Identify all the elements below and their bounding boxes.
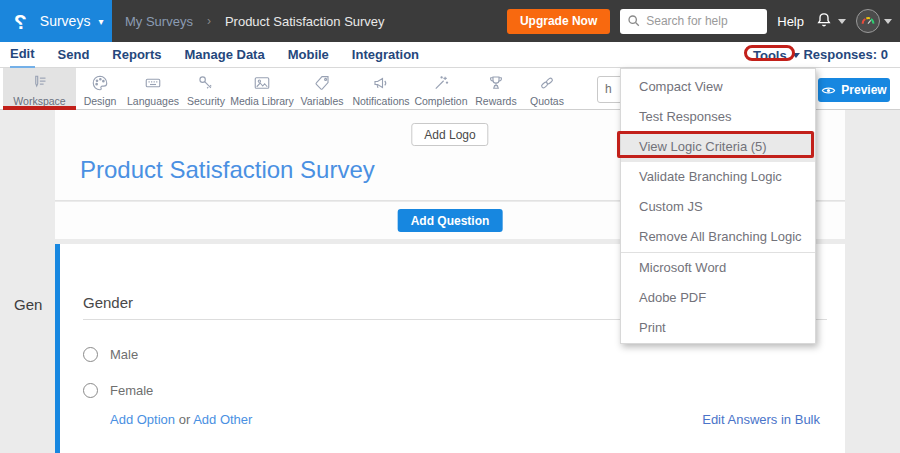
option-label: Male: [110, 347, 138, 362]
preview-button[interactable]: Preview: [818, 78, 890, 102]
option-links-row: Add Option or Add Other: [110, 412, 252, 427]
notifications-menu[interactable]: [814, 11, 846, 31]
toolbar-label: Languages: [127, 95, 179, 107]
keyboard-icon: [144, 74, 162, 92]
help-search: [620, 9, 767, 34]
eye-icon: [821, 85, 836, 96]
toolbar-item-quotas[interactable]: Quotas: [522, 68, 572, 109]
radio-icon[interactable]: [83, 383, 98, 398]
search-icon: [627, 14, 641, 28]
toolbar-item-rewards[interactable]: Rewards: [470, 68, 522, 109]
survey-nav-bar: Edit Send Reports Manage Data Mobile Int…: [0, 42, 900, 68]
wand-icon: [432, 74, 450, 92]
survey-editor-window: ? Surveys ▾ My Surveys › Product Satisfa…: [0, 0, 900, 453]
toolbar-label: Variables: [301, 95, 344, 107]
tag-icon: [313, 74, 331, 92]
avatar: [856, 9, 880, 33]
toolbar-item-notifications[interactable]: Notifications: [350, 68, 412, 109]
key-icon: [197, 74, 215, 92]
menu-item-test-responses[interactable]: Test Responses: [621, 102, 815, 132]
survey-title[interactable]: Product Satisfaction Survey: [80, 156, 375, 184]
toolbar-item-media-library[interactable]: Media Library: [230, 68, 294, 109]
breadcrumb-my-surveys[interactable]: My Surveys: [125, 14, 193, 29]
option-row-female[interactable]: Female: [83, 383, 153, 398]
toolbar-item-completion[interactable]: Completion: [412, 68, 470, 109]
tab-edit[interactable]: Edit: [10, 42, 35, 68]
product-name: Surveys: [40, 13, 91, 29]
menu-item-adobe-pdf[interactable]: Adobe PDF: [621, 283, 815, 313]
app-header: ? Surveys ▾ My Surveys › Product Satisfa…: [0, 0, 900, 42]
menu-item-remove-all-branching-logic[interactable]: Remove All Branching Logic: [621, 222, 815, 252]
chevron-down-icon: [884, 19, 892, 24]
question-list-peek: Gen: [14, 296, 42, 313]
tab-integration[interactable]: Integration: [352, 43, 419, 67]
palette-icon: [91, 74, 109, 92]
chevron-down-icon: [838, 19, 846, 24]
question-title[interactable]: Gender: [83, 294, 133, 311]
edit-answers-in-bulk-link[interactable]: Edit Answers in Bulk: [702, 412, 820, 427]
toolbar-label: Media Library: [230, 95, 294, 107]
or-label: or: [179, 412, 191, 427]
radio-icon[interactable]: [83, 347, 98, 362]
tools-dropdown-trigger[interactable]: Tools: [753, 42, 800, 68]
breadcrumb-separator-icon: ›: [207, 14, 211, 28]
chain-icon: [538, 74, 556, 92]
preview-label: Preview: [841, 83, 886, 97]
bell-icon: [814, 11, 834, 31]
menu-item-microsoft-word[interactable]: Microsoft Word: [621, 253, 815, 283]
option-row-male[interactable]: Male: [83, 347, 138, 362]
toolbar-label: Notifications: [352, 95, 409, 107]
add-logo-button[interactable]: Add Logo: [411, 123, 488, 146]
image-icon: [253, 74, 271, 92]
chevron-down-icon: [792, 53, 800, 58]
breadcrumb-current-survey: Product Satisfaction Survey: [225, 14, 385, 29]
add-question-button[interactable]: Add Question: [398, 209, 503, 232]
tab-manage-data[interactable]: Manage Data: [184, 43, 264, 67]
toolbar-label: Quotas: [530, 95, 564, 107]
menu-item-compact-view[interactable]: Compact View: [621, 72, 815, 102]
trophy-icon: [487, 74, 505, 92]
menu-item-custom-js[interactable]: Custom JS: [621, 192, 815, 222]
tab-send[interactable]: Send: [58, 43, 90, 67]
toolbar-label: Rewards: [475, 95, 516, 107]
proprofs-logo-icon: ?: [14, 11, 27, 32]
menu-item-validate-branching-logic[interactable]: Validate Branching Logic: [621, 162, 815, 192]
tab-reports[interactable]: Reports: [112, 43, 161, 67]
tools-dropdown-menu: Compact View Test Responses View Logic C…: [620, 68, 816, 344]
search-input[interactable]: [620, 9, 767, 34]
toolbar-item-languages[interactable]: Languages: [124, 68, 182, 109]
toolbar-item-variables[interactable]: Variables: [294, 68, 350, 109]
toolbar-item-workspace[interactable]: Workspace: [3, 68, 76, 109]
responses-count: Responses: 0: [803, 42, 888, 68]
account-menu[interactable]: [856, 9, 892, 33]
nav-tabs: Edit Send Reports Manage Data Mobile Int…: [10, 42, 419, 68]
chevron-down-icon: ▾: [98, 16, 103, 27]
toolbar-item-design[interactable]: Design: [76, 68, 124, 109]
tab-mobile[interactable]: Mobile: [288, 43, 329, 67]
add-option-link[interactable]: Add Option: [110, 412, 175, 427]
breadcrumb: My Surveys › Product Satisfaction Survey: [125, 0, 385, 42]
workspace-icon: [30, 74, 49, 92]
add-other-link[interactable]: Add Other: [193, 412, 252, 427]
toolbar-label: Completion: [414, 95, 467, 107]
help-link[interactable]: Help: [777, 14, 804, 29]
menu-item-view-logic-criteria[interactable]: View Logic Criteria (5): [621, 132, 815, 162]
toolbar-item-security[interactable]: Security: [182, 68, 230, 109]
header-right-cluster: Upgrade Now Help: [507, 0, 892, 42]
option-label: Female: [110, 383, 153, 398]
toolbar-label: Design: [84, 95, 117, 107]
menu-item-print[interactable]: Print: [621, 313, 815, 343]
gauge-icon: [860, 13, 876, 29]
upgrade-now-button[interactable]: Upgrade Now: [507, 9, 610, 34]
product-switcher[interactable]: ? Surveys ▾: [0, 0, 112, 42]
tools-label: Tools: [753, 48, 787, 63]
megaphone-icon: [372, 74, 390, 92]
toolbar-label: Security: [187, 95, 225, 107]
